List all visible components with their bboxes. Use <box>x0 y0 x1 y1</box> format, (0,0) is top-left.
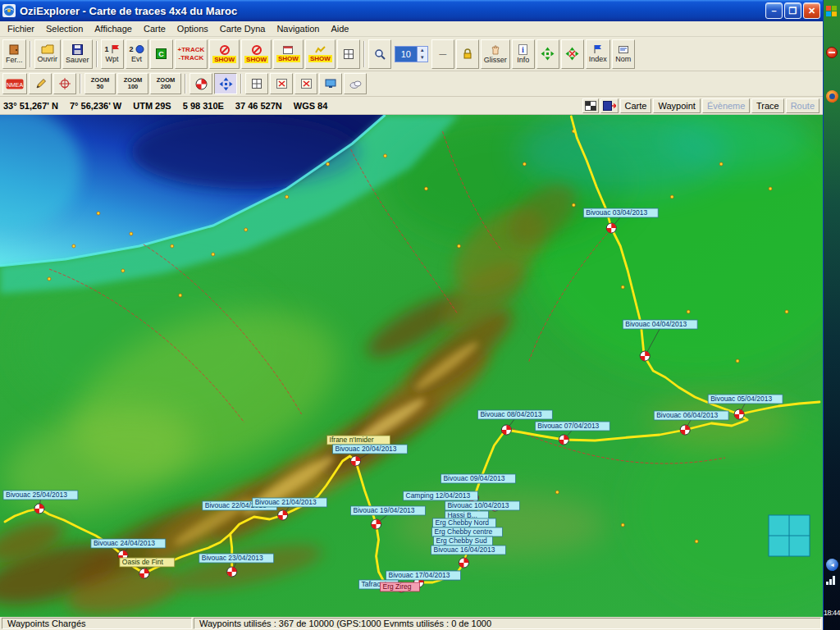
c-icon: C <box>156 48 167 59</box>
app-icon <box>2 4 16 17</box>
show-names-toggle[interactable]: SHOW <box>273 39 304 69</box>
event-button[interactable]: 2 Evt <box>126 39 148 69</box>
screen-config-button[interactable] <box>319 73 342 94</box>
pan-mode-button[interactable] <box>214 73 237 94</box>
coordbar-button-route[interactable]: Route <box>786 98 819 113</box>
close-map-2-button[interactable] <box>270 73 293 94</box>
drag-map-button[interactable]: Glisser <box>481 39 510 69</box>
desktop-red-app-icon[interactable] <box>826 47 838 58</box>
waypoint-marker[interactable] <box>459 558 468 568</box>
map-area[interactable]: Bivouac 03/04/2013Bivouac 04/04/2013Bivo… <box>0 115 823 617</box>
status-bar: Waypoints Chargés Waypoints utilisés : 3… <box>0 617 823 630</box>
menu-item-fichier[interactable]: Fichier <box>2 22 40 35</box>
draw-button[interactable] <box>29 73 52 94</box>
windows-logo-icon[interactable] <box>826 6 838 17</box>
monitor-icon <box>325 79 336 89</box>
waypoint-label-text: Bivouac 05/04/2013 <box>710 395 772 403</box>
show-track-toggle[interactable]: SHOW <box>305 39 336 69</box>
pan-cancel-button[interactable] <box>561 39 584 69</box>
waypoint-marker[interactable] <box>501 425 511 435</box>
waypoint-label-text: Bivouac 07/04/2013 <box>537 422 599 430</box>
name-tag-icon <box>619 44 628 54</box>
pan-arrows-button[interactable] <box>536 39 559 69</box>
zoom-spinner[interactable]: ▲▼ <box>417 47 427 62</box>
close-all-maps-button[interactable] <box>294 73 317 94</box>
desktop-browser-icon[interactable] <box>826 90 838 103</box>
grid-toggle[interactable] <box>337 39 360 69</box>
waypoint-label-text: Erg Zireg <box>383 582 412 591</box>
menu-item-carte[interactable]: Carte <box>138 22 171 35</box>
minimize-button[interactable]: – <box>765 2 783 19</box>
svg-text:NMEA: NMEA <box>7 81 24 87</box>
waypoint-label-text: Erg Chebby centre <box>434 527 492 536</box>
coordbar-button-trace[interactable]: Trace <box>751 98 784 113</box>
index-button[interactable]: Index <box>586 39 610 69</box>
status-left-panel: Waypoints Chargés <box>2 618 192 629</box>
map-grid-button[interactable] <box>245 73 268 94</box>
info-button[interactable]: i Info <box>512 39 535 69</box>
waypoint-label-text: Bivouac 19/04/2013 <box>354 506 415 514</box>
name-button[interactable]: Nom <box>612 39 635 69</box>
menu-item-navigation[interactable]: Navigation <box>271 22 325 35</box>
waypoint-label-text: Erg Chebby Nord <box>435 518 489 527</box>
waypoint-marker[interactable] <box>680 425 690 435</box>
waypoint-marker[interactable] <box>372 519 381 529</box>
menu-item-aide[interactable]: Aide <box>325 22 354 35</box>
save-export-button[interactable] <box>600 98 619 113</box>
waypoint-label-text: Ifrane n'Imider <box>330 436 374 444</box>
coordbar-button-vneme[interactable]: Évèneme <box>702 98 750 113</box>
grid-icon <box>344 49 354 59</box>
track-control-button[interactable]: +TRACK -TRACK <box>175 39 208 69</box>
cloud-icon <box>349 80 362 89</box>
wifi-icon[interactable] <box>826 575 838 585</box>
zoom-50-button[interactable]: ZOOM 50 <box>84 73 116 94</box>
magnify-button[interactable] <box>368 39 391 69</box>
waypoint-marker[interactable] <box>227 567 237 577</box>
zoom-level-value: 10 <box>395 47 417 62</box>
gps-position-button[interactable] <box>53 73 76 94</box>
waypoint-marker[interactable] <box>640 351 650 361</box>
coordbar-button-carte[interactable]: Carte <box>620 98 652 113</box>
map-overview-box[interactable] <box>769 515 810 556</box>
save-button[interactable]: Sauver <box>62 39 93 69</box>
title-bar[interactable]: OziExplorer - Carte de traces 4x4 du Mar… <box>0 0 823 21</box>
waypoint-marker[interactable] <box>139 568 149 578</box>
close-button[interactable]: ✕ <box>803 2 820 19</box>
waypoint-marker[interactable] <box>559 435 568 445</box>
map-x-icon <box>301 79 312 89</box>
map-canvas[interactable]: Bivouac 03/04/2013Bivouac 04/04/2013Bivo… <box>0 115 823 617</box>
waypoint-label-text: Bivouac 09/04/2013 <box>443 474 504 482</box>
weather-button[interactable] <box>344 73 367 94</box>
menu-item-carte-dyna[interactable]: Carte Dyna <box>214 22 272 35</box>
show-events-toggle[interactable]: SHOW <box>241 39 272 69</box>
open-button[interactable]: Ouvrir <box>34 39 62 69</box>
waypoint-marker[interactable] <box>34 504 44 514</box>
menu-item-options[interactable]: Options <box>171 22 214 35</box>
waypoint-label-text: Bivouac 08/04/2013 <box>480 410 541 418</box>
show-waypoints-toggle[interactable]: SHOW <box>209 39 240 69</box>
zoom-level-select[interactable]: 10 ▲▼ <box>395 46 428 62</box>
zoom-out-button[interactable]: — <box>431 39 454 69</box>
waypoint-marker[interactable] <box>606 223 616 233</box>
coordinate-bar: 33° 51,267' N 7° 56,236' W UTM 29S 5 98 … <box>0 97 823 115</box>
compass-button[interactable] <box>189 73 212 94</box>
waypoint-marker[interactable] <box>734 409 744 419</box>
lock-button[interactable] <box>456 39 479 69</box>
map-preview-button[interactable] <box>582 98 599 113</box>
no-circle-icon <box>220 45 230 55</box>
comment-button[interactable]: C <box>150 39 173 69</box>
waypoint-marker[interactable] <box>351 456 361 466</box>
menu-item-selection[interactable]: Selection <box>40 22 89 35</box>
close-map-button[interactable]: Fer... <box>2 39 26 69</box>
zoom-200-button[interactable]: ZOOM 200 <box>150 73 181 94</box>
utm-northing-display: 37 46 527N <box>235 101 282 111</box>
waypoint-marker[interactable] <box>278 510 288 520</box>
nmea-button[interactable]: NMEA <box>2 73 27 94</box>
restore-button[interactable]: ❐ <box>784 2 801 19</box>
waypoint-button[interactable]: 1 Wpt <box>101 39 124 69</box>
menu-item-affichage[interactable]: Affichage <box>89 22 138 35</box>
coordbar-button-waypoint[interactable]: Waypoint <box>653 98 700 113</box>
tray-collapse-icon[interactable]: ◂ <box>826 559 838 571</box>
zoom-100-button[interactable]: ZOOM 100 <box>117 73 148 94</box>
pencil-icon <box>35 79 46 89</box>
